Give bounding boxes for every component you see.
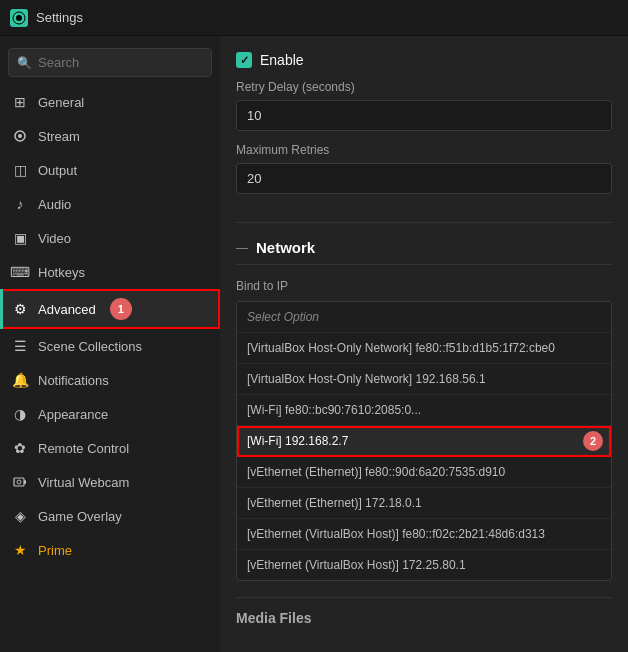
- bind-to-ip-label: Bind to IP: [236, 279, 612, 293]
- svg-point-1: [16, 15, 22, 21]
- hotkeys-icon: ⌨: [12, 264, 28, 280]
- reconnect-section: Enable Retry Delay (seconds) Maximum Ret…: [236, 52, 612, 223]
- network-section-title: Network: [256, 239, 315, 256]
- remote-control-icon: ✿: [12, 440, 28, 456]
- dropdown-option-wifi1[interactable]: [Wi-Fi] fe80::bc90:7610:2085:0...: [237, 395, 611, 426]
- enable-label: Enable: [260, 52, 304, 68]
- prime-icon: ★: [12, 542, 28, 558]
- output-icon: ◫: [12, 162, 28, 178]
- game-overlay-icon: ◈: [12, 508, 28, 524]
- content-area: Enable Retry Delay (seconds) Maximum Ret…: [220, 36, 628, 652]
- dropdown-option-vethernet1[interactable]: [vEthernet (Ethernet)] fe80::90d:6a20:75…: [237, 457, 611, 488]
- svg-rect-4: [14, 478, 24, 486]
- dropdown-option-vbox2[interactable]: [VirtualBox Host-Only Network] 192.168.5…: [237, 364, 611, 395]
- sidebar-item-prime[interactable]: ★ Prime: [0, 533, 220, 567]
- advanced-icon: ⚙: [12, 301, 28, 317]
- search-box[interactable]: 🔍: [8, 48, 212, 77]
- sidebar-item-label: Hotkeys: [38, 265, 85, 280]
- retry-delay-label: Retry Delay (seconds): [236, 80, 612, 94]
- sidebar-item-label: Virtual Webcam: [38, 475, 129, 490]
- sidebar-item-stream[interactable]: Stream: [0, 119, 220, 153]
- enable-row: Enable: [236, 52, 612, 68]
- sidebar-item-game-overlay[interactable]: ◈ Game Overlay: [0, 499, 220, 533]
- titlebar: Settings: [0, 0, 628, 36]
- svg-point-3: [18, 134, 22, 138]
- network-badge: 2: [583, 431, 603, 451]
- sidebar-item-label: Notifications: [38, 373, 109, 388]
- sidebar-item-output[interactable]: ◫ Output: [0, 153, 220, 187]
- network-section: — Network Bind to IP Select Option [Virt…: [236, 239, 612, 581]
- sidebar-item-scene-collections[interactable]: ☰ Scene Collections: [0, 329, 220, 363]
- app-icon: [10, 9, 28, 27]
- collapse-icon[interactable]: —: [236, 241, 248, 255]
- stream-icon: [12, 128, 28, 144]
- dropdown-option-vethernet2[interactable]: [vEthernet (Ethernet)] 172.18.0.1: [237, 488, 611, 519]
- titlebar-title: Settings: [36, 10, 83, 25]
- audio-icon: ♪: [12, 196, 28, 212]
- sidebar-item-notifications[interactable]: 🔔 Notifications: [0, 363, 220, 397]
- sidebar-item-label: Stream: [38, 129, 80, 144]
- general-icon: ⊞: [12, 94, 28, 110]
- sidebar-item-label: Game Overlay: [38, 509, 122, 524]
- sidebar: 🔍 ⊞ General Stream ◫ Output ♪ Audio ▣ Vi…: [0, 36, 220, 652]
- scene-collections-icon: ☰: [12, 338, 28, 354]
- dropdown-option-vethernet4[interactable]: [vEthernet (VirtualBox Host)] 172.25.80.…: [237, 550, 611, 580]
- retry-delay-input[interactable]: [236, 100, 612, 131]
- sidebar-item-label: Remote Control: [38, 441, 129, 456]
- search-input[interactable]: [38, 55, 206, 70]
- dropdown-option-wifi2[interactable]: [Wi-Fi] 192.168.2.7 2: [237, 426, 611, 457]
- sidebar-item-video[interactable]: ▣ Video: [0, 221, 220, 255]
- dropdown-option-select[interactable]: Select Option: [237, 302, 611, 333]
- sidebar-item-general[interactable]: ⊞ General: [0, 85, 220, 119]
- sidebar-item-label: Audio: [38, 197, 71, 212]
- sidebar-item-label: Appearance: [38, 407, 108, 422]
- dropdown-option-vbox1[interactable]: [VirtualBox Host-Only Network] fe80::f51…: [237, 333, 611, 364]
- sidebar-item-label: Advanced: [38, 302, 96, 317]
- appearance-icon: ◑: [12, 406, 28, 422]
- max-retries-label: Maximum Retries: [236, 143, 612, 157]
- sidebar-item-virtual-webcam[interactable]: Virtual Webcam: [0, 465, 220, 499]
- max-retries-input[interactable]: [236, 163, 612, 194]
- sidebar-item-label: General: [38, 95, 84, 110]
- svg-point-5: [17, 480, 21, 484]
- advanced-badge: 1: [110, 298, 132, 320]
- sidebar-item-label: Video: [38, 231, 71, 246]
- sidebar-item-advanced[interactable]: ⚙ Advanced 1: [0, 289, 220, 329]
- bind-ip-dropdown[interactable]: Select Option [VirtualBox Host-Only Netw…: [236, 301, 612, 581]
- search-icon: 🔍: [17, 56, 32, 70]
- sidebar-item-appearance[interactable]: ◑ Appearance: [0, 397, 220, 431]
- sidebar-item-hotkeys[interactable]: ⌨ Hotkeys: [0, 255, 220, 289]
- virtual-webcam-icon: [12, 474, 28, 490]
- network-section-header: — Network: [236, 239, 612, 265]
- enable-checkbox[interactable]: [236, 52, 252, 68]
- sidebar-item-remote-control[interactable]: ✿ Remote Control: [0, 431, 220, 465]
- video-icon: ▣: [12, 230, 28, 246]
- svg-rect-6: [24, 480, 26, 484]
- sidebar-item-label: Output: [38, 163, 77, 178]
- sidebar-item-label: Prime: [38, 543, 72, 558]
- media-files-section: Media Files: [236, 597, 612, 626]
- notifications-icon: 🔔: [12, 372, 28, 388]
- media-files-title: Media Files: [236, 610, 311, 626]
- sidebar-item-label: Scene Collections: [38, 339, 142, 354]
- dropdown-option-vethernet3[interactable]: [vEthernet (VirtualBox Host)] fe80::f02c…: [237, 519, 611, 550]
- sidebar-item-audio[interactable]: ♪ Audio: [0, 187, 220, 221]
